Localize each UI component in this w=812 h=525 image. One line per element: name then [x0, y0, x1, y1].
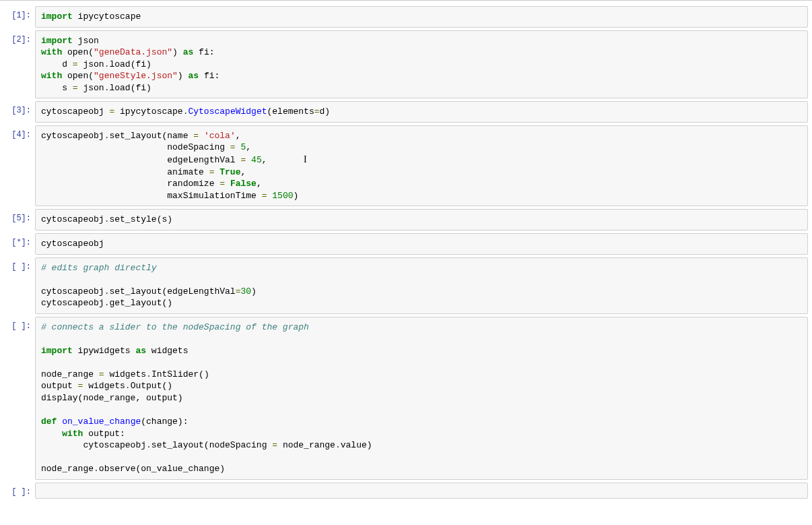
code-text: s: [41, 83, 73, 93]
function: set_layout: [151, 440, 204, 450]
code-text: (): [162, 381, 172, 391]
code-text: (nodeSpacing: [204, 440, 272, 450]
operator: =: [230, 142, 236, 152]
code-text: d: [41, 59, 73, 69]
code-input[interactable]: cytoscapeobj: [35, 233, 808, 255]
operator: .: [94, 464, 99, 474]
code-cell[interactable]: [5]: cytoscapeobj.set_style(s): [4, 209, 808, 230]
code-text: nodeSpacing: [41, 142, 230, 152]
function: observe: [99, 464, 136, 474]
code-input[interactable]: import json with open("geneData.json") a…: [35, 30, 808, 99]
number: 45: [251, 155, 262, 165]
code-text: maxSimulationTime: [41, 191, 262, 201]
operator: .: [146, 369, 151, 379]
keyword: with: [41, 47, 62, 57]
keyword: import: [41, 11, 73, 22]
function: load: [109, 83, 130, 93]
code-text: cytoscapeobj: [41, 298, 104, 308]
code-text: ): [178, 71, 189, 81]
code-text: (change):: [141, 416, 188, 427]
prompt: [1]:: [4, 6, 35, 22]
keyword: import: [41, 346, 73, 356]
class-name: CytoscapeWidget: [188, 106, 267, 117]
code-text: ipycytoscape: [114, 106, 182, 117]
code-text: open(: [62, 47, 94, 57]
code-text: (on_value_change): [135, 464, 225, 474]
operator: =: [99, 369, 104, 379]
prompt: [3]:: [4, 101, 35, 117]
comment: # edits graph directly: [41, 263, 157, 273]
string: 'cola': [204, 131, 236, 141]
code-text: widgets: [104, 369, 146, 379]
code-cell[interactable]: [ ]: # edits graph directly cytoscapeobj…: [4, 257, 808, 314]
code-input[interactable]: [35, 483, 808, 499]
code-text: node_range: [277, 440, 335, 450]
prompt: [ ]:: [4, 483, 35, 498]
code-text: widgets: [146, 346, 188, 356]
number: 1500: [272, 191, 293, 201]
operator: .: [146, 440, 151, 450]
code-text: ): [172, 47, 183, 57]
code-text: cytoscapeobj: [41, 106, 109, 117]
prompt: [ ]:: [4, 257, 35, 273]
function: set_layout: [109, 286, 162, 297]
code-text: output: [41, 381, 78, 391]
code-text: json: [78, 83, 104, 93]
code-text: fi:: [199, 71, 219, 81]
code-text: ): [367, 440, 372, 450]
notebook: [1]: import ipycytoscape [2]: import jso…: [0, 0, 812, 515]
code-input[interactable]: cytoscapeobj.set_style(s): [35, 209, 808, 230]
operator: =: [73, 83, 78, 93]
operator: =: [193, 131, 199, 141]
function: set_style: [109, 214, 156, 224]
code-text: cytoscapeobj: [41, 440, 146, 450]
function: set_layout: [109, 131, 162, 141]
code-cell[interactable]: [1]: import ipycytoscape: [4, 6, 808, 28]
code-text: output:: [83, 429, 125, 439]
code-cell[interactable]: [*]: cytoscapeobj: [4, 233, 808, 255]
code-text: [225, 179, 230, 189]
code-text: ): [251, 286, 257, 297]
code-text: [246, 155, 251, 165]
boolean: True: [219, 167, 240, 177]
code-text: animate: [41, 167, 209, 177]
function: Output: [131, 381, 162, 391]
code-text: (fi): [131, 83, 151, 93]
operator: =: [272, 440, 277, 450]
code-cell[interactable]: [ ]:: [4, 483, 808, 499]
code-text: (fi): [131, 59, 151, 69]
code-input[interactable]: cytoscapeobj = ipycytoscape.CytoscapeWid…: [35, 101, 808, 123]
keyword: with: [62, 429, 83, 439]
comment: # connects a slider to the nodeSpacing o…: [41, 322, 309, 332]
prompt: [ ]:: [4, 317, 35, 332]
code-text: widgets: [83, 381, 125, 391]
function: get_layout: [109, 298, 162, 308]
code-cell[interactable]: [2]: import json with open("geneData.jso…: [4, 30, 808, 99]
code-cell[interactable]: [3]: cytoscapeobj = ipycytoscape.Cytosca…: [4, 101, 808, 123]
string: "geneStyle.json": [94, 71, 178, 81]
code-input[interactable]: # connects a slider to the nodeSpacing o…: [35, 317, 808, 480]
code-cell[interactable]: [ ]: # connects a slider to the nodeSpac…: [4, 317, 808, 480]
code-text: (): [199, 369, 209, 379]
code-cell[interactable]: [4]: cytoscapeobj.set_layout(name = 'col…: [4, 125, 808, 207]
code-text: cytoscapeobj: [41, 286, 104, 297]
code-input[interactable]: # edits graph directly cytoscapeobj.set_…: [35, 257, 808, 314]
code-text: (name: [162, 131, 193, 141]
code-input[interactable]: cytoscapeobj.set_layout(name = 'cola', n…: [35, 125, 808, 207]
code-text: json: [73, 36, 99, 46]
code-text: json: [78, 59, 104, 69]
code-text: [41, 429, 62, 439]
number: 30: [240, 286, 251, 297]
prompt: [4]:: [4, 125, 35, 141]
code-text: ,: [240, 167, 246, 177]
function-def: on_value_change: [62, 416, 141, 427]
code-input[interactable]: import ipycytoscape: [35, 6, 808, 28]
code-text: ,: [236, 131, 241, 141]
keyword: as: [135, 346, 146, 356]
code-text: cytoscapeobj: [41, 214, 104, 224]
function: load: [109, 59, 130, 69]
keyword: def: [41, 416, 57, 427]
keyword: with: [41, 71, 62, 81]
code-text: ipywidgets: [73, 346, 136, 356]
boolean: False: [230, 179, 257, 189]
